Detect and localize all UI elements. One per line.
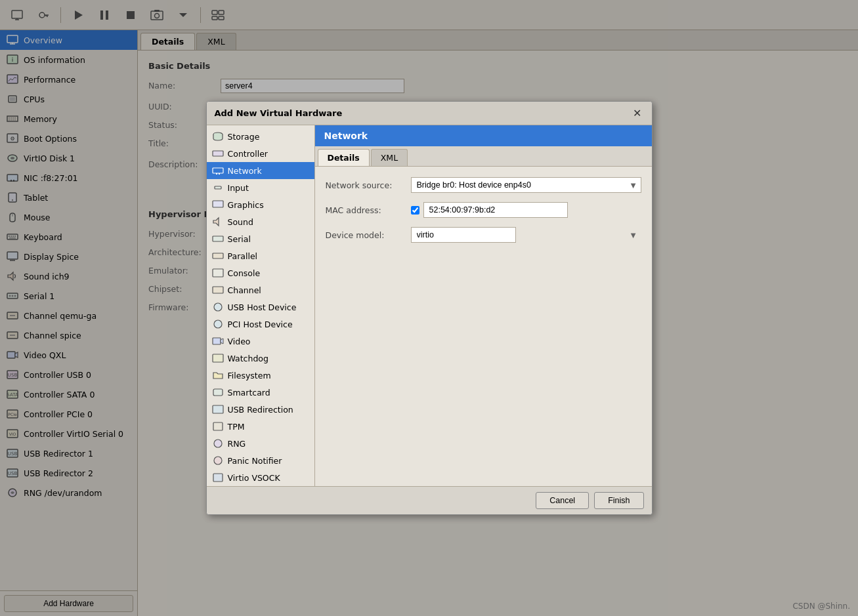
watchdog-icon (212, 353, 224, 363)
controller-icon (212, 148, 224, 159)
network-source-label: Network source: (326, 180, 411, 190)
modal-sidebar-item-usb-redir[interactable]: USB Redirection (207, 401, 314, 418)
device-model-row: Device model: virtio (326, 227, 641, 243)
modal-overlay: Add New Virtual Hardware ✕ Storage Contr… (0, 0, 858, 616)
storage-icon (212, 131, 224, 142)
modal-sidebar-label: Controller (228, 149, 268, 159)
modal-sidebar-label: Serial (228, 234, 251, 244)
modal-sidebar-item-channel[interactable]: Channel (207, 281, 314, 298)
modal-sidebar-item-network[interactable]: Network (207, 162, 314, 179)
svg-rect-89 (213, 338, 221, 344)
vsock-icon (212, 472, 224, 483)
device-model-select[interactable]: virtio (411, 227, 516, 243)
modal-sidebar-label: Panic Notifier (228, 456, 282, 466)
smartcard-icon (212, 387, 224, 398)
modal-sidebar-label: Smartcard (228, 388, 270, 398)
modal-sidebar-item-parallel[interactable]: Parallel (207, 247, 314, 264)
svg-rect-81 (213, 201, 223, 207)
modal-sidebar-label: Parallel (228, 251, 258, 261)
cancel-button[interactable]: Cancel (536, 492, 589, 509)
svg-point-88 (214, 320, 222, 328)
svg-rect-78 (216, 173, 217, 175)
svg-rect-94 (213, 422, 223, 430)
modal-detail-body: Network source: Bridge br0: Host device … (315, 167, 652, 486)
modal-sidebar-item-rng[interactable]: RNG (207, 435, 314, 452)
modal-sidebar-label: Virtio VSOCK (228, 473, 280, 483)
mac-address-input[interactable] (423, 202, 568, 218)
svg-rect-85 (213, 269, 223, 277)
svg-rect-77 (213, 168, 223, 173)
tpm-icon (212, 421, 224, 432)
modal-sidebar-label: Network (228, 166, 262, 176)
modal-section-title: Network (315, 125, 652, 146)
modal-sidebar-item-sound[interactable]: Sound (207, 213, 314, 230)
modal-sidebar-label: TPM (228, 422, 245, 432)
network-source-control: Bridge br0: Host device enp4s0 (411, 177, 641, 193)
filesystem-icon (212, 370, 224, 380)
modal-sidebar-label: Storage (228, 132, 260, 142)
modal-sidebar-label: RNG (228, 439, 246, 449)
svg-rect-83 (213, 236, 223, 241)
graphics-icon (212, 199, 224, 210)
modal-footer: Cancel Finish (207, 486, 652, 514)
device-model-control: virtio (411, 227, 641, 243)
parallel-icon (212, 251, 224, 261)
svg-point-96 (214, 457, 222, 464)
usb-redir-icon (212, 404, 224, 415)
svg-rect-80 (215, 186, 221, 189)
channel-modal-icon (212, 285, 224, 295)
modal-sidebar-item-serial[interactable]: Serial (207, 230, 314, 247)
modal-sidebar-item-watchdog[interactable]: Watchdog (207, 350, 314, 367)
modal-sidebar-item-panic[interactable]: Panic Notifier (207, 452, 314, 469)
usb-host-icon (212, 302, 224, 312)
modal-sidebar-item-tpm[interactable]: TPM (207, 418, 314, 435)
modal-sidebar-item-vsock[interactable]: Virtio VSOCK (207, 469, 314, 486)
mac-address-control (411, 202, 641, 218)
svg-rect-91 (213, 354, 223, 362)
svg-point-95 (214, 440, 222, 447)
svg-rect-84 (213, 253, 223, 258)
modal-sidebar-item-graphics[interactable]: Graphics (207, 196, 314, 213)
svg-rect-93 (213, 405, 223, 413)
rng-modal-icon (212, 438, 224, 449)
modal-sidebar-item-console[interactable]: Console (207, 264, 314, 281)
modal-title: Add New Virtual Hardware (215, 108, 343, 118)
mac-checkbox-row (411, 202, 641, 218)
network-source-select[interactable]: Bridge br0: Host device enp4s0 (411, 177, 641, 193)
modal-tab-details[interactable]: Details (318, 149, 370, 166)
modal-sidebar-label: Channel (228, 285, 261, 295)
modal-sidebar-label: Console (228, 268, 261, 278)
svg-rect-76 (213, 151, 223, 156)
modal-sidebar-item-filesystem[interactable]: Filesystem (207, 367, 314, 384)
svg-rect-86 (213, 287, 223, 293)
network-source-row: Network source: Bridge br0: Host device … (326, 177, 641, 193)
serial-modal-icon (212, 234, 224, 244)
modal-sidebar-label: USB Redirection (228, 405, 293, 415)
svg-rect-79 (219, 173, 220, 175)
modal-close-button[interactable]: ✕ (630, 107, 644, 119)
modal-sidebar-label: PCI Host Device (228, 319, 293, 329)
modal-tab-xml[interactable]: XML (371, 149, 408, 166)
modal-sidebar-item-storage[interactable]: Storage (207, 128, 314, 145)
network-icon (212, 165, 224, 176)
svg-marker-82 (213, 218, 219, 226)
modal-sidebar-item-pci-host[interactable]: PCI Host Device (207, 316, 314, 333)
pci-host-icon (212, 319, 224, 329)
modal-sidebar-item-video[interactable]: Video (207, 333, 314, 350)
modal-body: Storage Controller Network (207, 125, 652, 486)
mac-address-row: MAC address: (326, 202, 641, 218)
input-icon (212, 182, 224, 193)
modal-sidebar-item-smartcard[interactable]: Smartcard (207, 384, 314, 401)
modal-sidebar-label: Input (228, 183, 249, 193)
finish-button[interactable]: Finish (594, 492, 643, 509)
modal-sidebar: Storage Controller Network (207, 125, 315, 486)
modal-sidebar-label: Sound (228, 217, 253, 227)
modal-sidebar-item-input[interactable]: Input (207, 179, 314, 196)
add-hardware-modal: Add New Virtual Hardware ✕ Storage Contr… (206, 101, 653, 515)
modal-tabs: Details XML (315, 146, 652, 167)
modal-sidebar-item-usb-host[interactable]: USB Host Device (207, 298, 314, 316)
mac-checkbox[interactable] (411, 206, 419, 215)
modal-sidebar-label: Filesystem (228, 371, 271, 380)
modal-sidebar-item-controller[interactable]: Controller (207, 145, 314, 162)
modal-sidebar-label: USB Host Device (228, 302, 297, 312)
